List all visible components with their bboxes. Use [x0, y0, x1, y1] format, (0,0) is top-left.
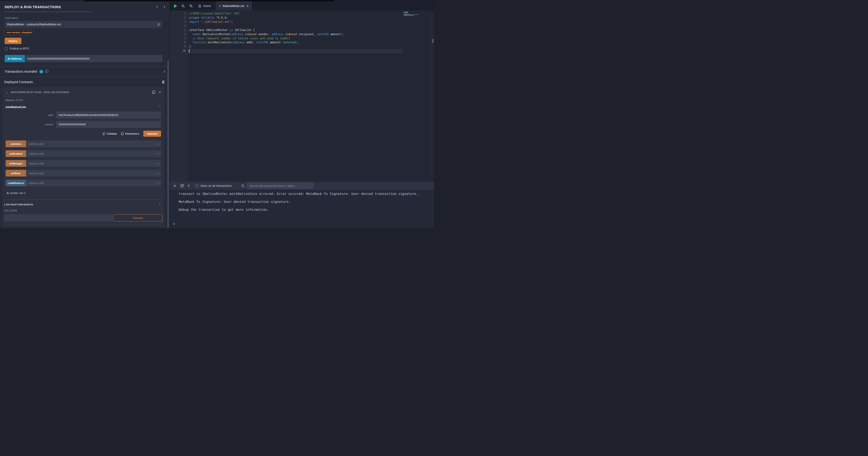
solidity-file-icon: S [219, 4, 221, 8]
tab-inativeminter[interactable]: S INativeMinter.sol ✕ [216, 1, 252, 10]
transactions-expand-chevron-icon[interactable]: › [164, 69, 165, 74]
calldata-action-label: Calldata [107, 132, 117, 135]
copy-address-icon[interactable] [152, 90, 155, 94]
expand-params-chevron-icon[interactable]: ⌄ [157, 171, 159, 174]
line-number: 6 [170, 32, 186, 36]
terminal-log-line: transact to INativeMinter.mintNativeCoin… [170, 190, 434, 198]
panel-scrollbar[interactable] [167, 60, 169, 228]
transactions-recorded-section[interactable]: Transactions recorded 2 ⓘ › [0, 66, 169, 77]
panel-title: DEPLOY & RUN TRANSACTIONS [5, 5, 156, 9]
expand-terminal-double-chevron-icon[interactable] [173, 184, 176, 188]
transactions-recorded-label: Transactions recorded [5, 69, 37, 74]
expand-params-chevron-icon[interactable]: ⌄ [157, 142, 159, 145]
tab-home[interactable]: Home [198, 4, 211, 8]
setManager-input[interactable]: address addr [26, 160, 161, 167]
deploy-run-panel: DEPLOY & RUN TRANSACTIONS ✓ › CONTRACT I… [0, 1, 169, 228]
mint-collapse-chevron-up-icon[interactable]: ⌃ [158, 105, 161, 109]
expand-params-chevron-icon[interactable]: ⌄ [157, 152, 159, 155]
listen-checkbox[interactable] [195, 184, 198, 187]
contract-select[interactable]: INativeMinter - contracts/INativeMinter.… [5, 21, 162, 28]
run-script-play-icon[interactable] [174, 4, 177, 8]
readAllowList-button[interactable]: readAllowList [6, 179, 26, 186]
listen-label: listen on all transactions [200, 184, 231, 188]
mint-function-name: mintNativeCoin [6, 106, 158, 109]
terminal-prompt: > [173, 222, 175, 226]
copy-icon [103, 132, 105, 135]
read-allowlist-result: 0: uint256: role 3 [2, 189, 164, 195]
tab-close-icon[interactable]: ✕ [246, 4, 249, 8]
terminal-toolbar: 0 listen on all transactions [170, 182, 434, 190]
listen-all-transactions-toggle[interactable]: listen on all transactions [195, 184, 231, 188]
line-number: 5 [170, 28, 186, 32]
code-line: pragma solidity ^0.8.0; [189, 16, 344, 20]
low-level-transact-button[interactable]: Transact [113, 214, 162, 222]
setAdmin-button[interactable]: setAdmin [6, 140, 26, 147]
line-number: 2 [170, 16, 186, 20]
setEnabled-button[interactable]: setEnabled [6, 150, 26, 157]
zoom-out-icon[interactable] [181, 4, 185, 8]
function-row: readAllowListaddress addr⌄ [6, 179, 161, 186]
transact-button[interactable]: transact [143, 131, 161, 137]
line-number: 8 [170, 40, 186, 45]
expand-params-chevron-icon[interactable]: ⌄ [157, 162, 159, 165]
terminal-search-input[interactable] [247, 183, 313, 189]
line-number: 9 [170, 45, 186, 49]
line-numbers: 12345678910 [170, 12, 186, 53]
home-icon [198, 4, 202, 8]
expand-params-chevron-icon[interactable]: ⌄ [157, 181, 159, 184]
function-row: setNoneaddress addr⌄ [6, 170, 161, 176]
remix-ide-window: DEPLOY & RUN TRANSACTIONS ✓ › CONTRACT I… [0, 0, 434, 228]
code-line: import "./IAllowList.sol"; [189, 20, 344, 24]
code-text: //SPDX-License-Identifier: MITpragma sol… [189, 12, 344, 53]
amount-param-input[interactable] [56, 121, 161, 128]
code-line [189, 24, 344, 28]
tab-file-label: INativeMinter.sol [223, 4, 244, 8]
info-circle-icon[interactable]: ⓘ [45, 69, 49, 74]
line-number: 3 [170, 20, 186, 24]
info-icon[interactable]: i [159, 203, 161, 206]
copy-calldata-action[interactable]: Calldata [103, 132, 117, 135]
code-editor: Home S INativeMinter.sol ✕ 12345678910 /… [169, 1, 434, 182]
panel-expand-chevron-icon[interactable]: › [164, 5, 165, 9]
input-placeholder: address addr [29, 143, 44, 145]
copy-parameters-action[interactable]: Parameters [121, 132, 139, 135]
zoom-in-icon[interactable] [189, 4, 193, 8]
code-area[interactable]: 12345678910 //SPDX-License-Identifier: M… [170, 10, 434, 182]
setEnabled-input[interactable]: address addr [26, 150, 161, 157]
line-number: 10 [170, 49, 186, 53]
line-number: 4 [170, 24, 186, 28]
minimap[interactable] [404, 12, 431, 17]
trash-icon[interactable] [161, 80, 165, 84]
line-number: 7 [170, 36, 186, 41]
instance-collapse-chevron-icon[interactable]: ⌄ [6, 91, 8, 94]
compile-success-check-icon: ✓ [156, 5, 159, 9]
setManager-button[interactable]: setManager [6, 160, 26, 167]
deployed-instance-card: ⌄ INATIVEMINTER AT 0X020...00001 (BLOCKC… [2, 87, 164, 227]
contract-select-value: INativeMinter - contracts/INativeMinter.… [7, 23, 158, 26]
instance-title: INATIVEMINTER AT 0X020...00001 (BLOCKCHA… [11, 91, 149, 94]
code-line: //SPDX-License-Identifier: MIT [189, 12, 344, 16]
deploy-button[interactable]: Deploy [5, 38, 22, 44]
setNone-button[interactable]: setNone [6, 170, 26, 176]
editor-scrollbar-thumb[interactable] [432, 39, 434, 43]
instance-close-icon[interactable]: ✕ [159, 91, 161, 94]
amount-param-label: amount: [6, 123, 56, 126]
setAdmin-input[interactable]: address addr [26, 140, 161, 147]
readAllowList-input[interactable]: address addr [26, 179, 161, 186]
at-address-button[interactable]: At Address [5, 55, 25, 62]
terminal: 0 listen on all transactions transact to… [169, 182, 434, 228]
setNone-input[interactable]: address addr [26, 170, 161, 176]
terminal-output[interactable]: transact to INativeMinter.mintNativeCoin… [170, 190, 434, 228]
transactions-count-badge: 2 [39, 69, 43, 74]
calldata-input[interactable] [4, 214, 113, 221]
clear-console-ban-icon[interactable] [180, 184, 184, 188]
at-address-input[interactable] [25, 55, 162, 62]
addr-param-input[interactable] [56, 112, 161, 118]
code-line: function mintNativeCoin(address addr, ui… [189, 40, 344, 45]
function-row: setAdminaddress addr⌄ [6, 140, 161, 147]
publish-ipfs-checkbox[interactable] [5, 47, 8, 50]
tab-home-label: Home [203, 4, 211, 8]
copy-icon [121, 132, 124, 135]
text-cursor [189, 49, 189, 53]
input-placeholder: address addr [29, 162, 44, 165]
